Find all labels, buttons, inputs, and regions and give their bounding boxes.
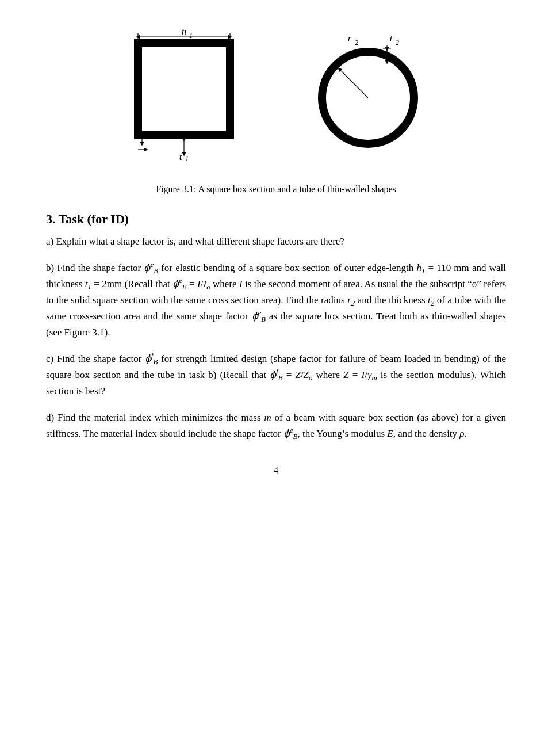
- square-shape-svg: h 1 t 1: [121, 29, 247, 161]
- part-b: b) Find the shape factor ϕeB for elastic…: [46, 260, 506, 341]
- part-d: d) Find the material index which minimiz…: [46, 410, 506, 442]
- svg-text:r: r: [348, 33, 352, 44]
- tube-shape-container: r 2 t 2: [305, 29, 431, 167]
- svg-text:2: 2: [396, 39, 399, 47]
- svg-text:h: h: [182, 29, 187, 37]
- svg-text:2: 2: [355, 39, 358, 47]
- figure-caption: Figure 3.1: A square box section and a t…: [46, 184, 506, 194]
- part-a-text: a) Explain what a shape factor is, and w…: [46, 236, 344, 247]
- part-a: a) Explain what a shape factor is, and w…: [46, 234, 506, 250]
- figure-area: h 1 t 1: [46, 29, 506, 173]
- svg-text:t: t: [390, 33, 393, 44]
- page-number: 4: [46, 465, 506, 476]
- page: h 1 t 1: [0, 0, 552, 756]
- svg-line-25: [339, 69, 368, 98]
- square-shape-container: h 1 t 1: [121, 29, 247, 173]
- section-title: 3. Task (for ID): [46, 212, 506, 227]
- part-c: c) Find the shape factor ϕfB for strengt…: [46, 351, 506, 399]
- t1-dim-svg: [121, 150, 247, 173]
- svg-text:1: 1: [189, 32, 193, 40]
- svg-rect-7: [138, 43, 230, 135]
- tube-shape-svg: r 2 t 2: [305, 29, 431, 167]
